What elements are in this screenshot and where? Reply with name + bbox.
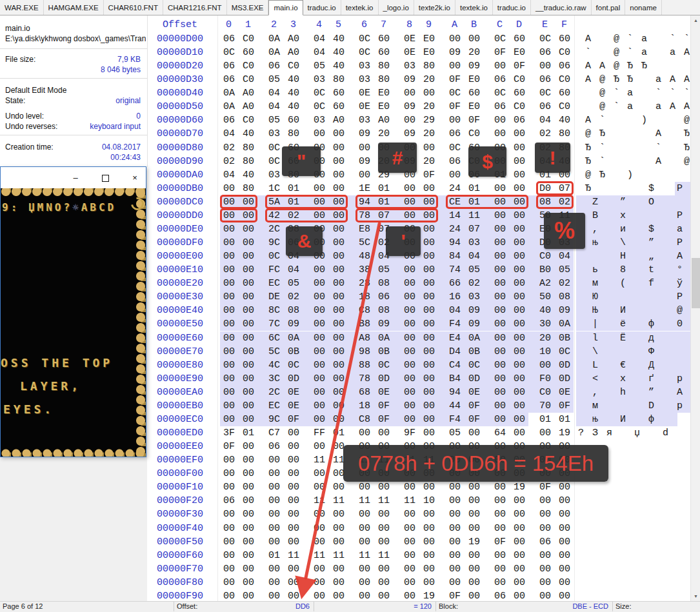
- hex-byte[interactable]: C0: [243, 60, 255, 73]
- hex-byte[interactable]: 11: [314, 549, 326, 562]
- char-cell[interactable]: p: [677, 400, 683, 413]
- hex-byte[interactable]: 0F: [559, 400, 572, 413]
- hex-byte[interactable]: 00: [333, 277, 346, 290]
- hex-byte[interactable]: 00: [243, 495, 255, 508]
- hex-byte[interactable]: 0C: [288, 359, 301, 372]
- hex-byte[interactable]: A0: [333, 114, 346, 127]
- char-cell[interactable]: P: [677, 291, 683, 304]
- hex-byte[interactable]: 00: [404, 522, 417, 535]
- hex-byte[interactable]: C0: [243, 33, 255, 46]
- char-cell[interactable]: °: [677, 264, 683, 277]
- hex-byte[interactable]: 00: [404, 264, 417, 277]
- hex-byte[interactable]: 09: [288, 318, 301, 331]
- hex-byte[interactable]: A0: [288, 46, 301, 59]
- hex-byte[interactable]: 0F: [494, 46, 507, 59]
- hex-byte[interactable]: 00: [423, 427, 436, 440]
- hex-byte[interactable]: 00: [494, 413, 507, 426]
- char-cell[interactable]: ь: [592, 264, 598, 277]
- hex-byte[interactable]: 00: [243, 264, 255, 277]
- char-cell[interactable]: $: [648, 223, 654, 236]
- char-cell[interactable]: И: [620, 413, 626, 426]
- hex-byte[interactable]: 00: [223, 264, 236, 277]
- hex-byte[interactable]: 00: [243, 277, 255, 290]
- hex-byte[interactable]: C0: [243, 114, 255, 127]
- hex-byte[interactable]: 19: [514, 481, 526, 494]
- hex-byte[interactable]: 00: [314, 277, 326, 290]
- hex-byte[interactable]: 08: [378, 277, 391, 290]
- hex-byte[interactable]: 00: [314, 522, 326, 535]
- hex-byte[interactable]: 00: [223, 210, 236, 222]
- hex-byte[interactable]: 00: [243, 454, 255, 467]
- char-cell[interactable]: Ђ: [627, 60, 633, 73]
- hex-byte[interactable]: D4: [449, 346, 462, 359]
- hex-byte[interactable]: 00: [494, 128, 507, 141]
- hex-byte[interactable]: 0F: [288, 413, 301, 426]
- char-cell[interactable]: ф: [648, 413, 654, 426]
- hex-byte[interactable]: 00: [314, 155, 326, 168]
- hex-byte[interactable]: 06: [449, 128, 462, 141]
- char-cell[interactable]: Ђ: [599, 169, 605, 182]
- hex-byte[interactable]: 00: [559, 549, 572, 562]
- char-cell[interactable]: А: [677, 386, 683, 399]
- hex-byte[interactable]: 00: [514, 359, 526, 372]
- hex-byte[interactable]: 19: [559, 427, 572, 440]
- hex-byte[interactable]: 00: [514, 413, 526, 426]
- hex-byte[interactable]: 40: [288, 87, 301, 100]
- hex-byte[interactable]: E0: [539, 223, 552, 236]
- hex-byte[interactable]: 00: [378, 468, 391, 480]
- char-cell[interactable]: ): [627, 169, 633, 182]
- hex-byte[interactable]: C8: [359, 304, 372, 317]
- hex-byte[interactable]: 80: [559, 128, 572, 141]
- hex-byte[interactable]: 00: [514, 508, 526, 521]
- hex-byte[interactable]: 00: [539, 60, 552, 73]
- hex-byte[interactable]: 00: [314, 210, 326, 222]
- hex-byte[interactable]: 00: [378, 142, 391, 155]
- hex-byte[interactable]: 00: [333, 522, 346, 535]
- hex-byte[interactable]: 05: [559, 264, 572, 277]
- hex-byte[interactable]: 40: [539, 304, 552, 317]
- hex-byte[interactable]: 00: [494, 291, 507, 304]
- hex-byte[interactable]: 4C: [268, 359, 281, 372]
- hex-byte[interactable]: C8: [359, 413, 372, 426]
- hex-byte[interactable]: 00: [559, 468, 572, 480]
- hex-byte[interactable]: E0: [378, 101, 391, 114]
- hex-byte[interactable]: 01: [333, 427, 346, 440]
- hex-byte[interactable]: 00: [333, 237, 346, 250]
- hex-byte[interactable]: 00: [223, 577, 236, 589]
- char-cell[interactable]: и: [620, 223, 626, 236]
- hex-byte[interactable]: 00: [243, 223, 255, 236]
- hex-byte[interactable]: 01: [494, 169, 507, 182]
- char-cell[interactable]: `: [599, 142, 605, 155]
- hex-byte[interactable]: 00: [404, 386, 417, 399]
- hex-byte[interactable]: 00: [494, 142, 507, 155]
- tab-hamgam-exe[interactable]: HAMGAM.EXE: [44, 0, 104, 15]
- hex-byte[interactable]: 11: [378, 495, 391, 508]
- hex-byte[interactable]: 11: [559, 210, 572, 222]
- hex-byte[interactable]: 00: [268, 481, 281, 494]
- char-cell[interactable]: а: [627, 101, 633, 114]
- char-cell[interactable]: P: [677, 210, 683, 222]
- hex-byte[interactable]: 00: [449, 169, 462, 182]
- hex-byte[interactable]: 6C: [268, 332, 281, 345]
- char-cell[interactable]: (: [620, 277, 626, 290]
- hex-byte[interactable]: 19: [468, 536, 481, 549]
- hex-byte[interactable]: 00: [333, 291, 346, 304]
- char-cell[interactable]: ): [641, 114, 647, 127]
- hex-byte[interactable]: 00: [449, 522, 462, 535]
- char-cell[interactable]: А: [684, 46, 690, 59]
- hex-byte[interactable]: 1C: [268, 183, 281, 195]
- scrollbar-thumb[interactable]: [692, 258, 700, 308]
- hex-byte[interactable]: 20: [423, 155, 436, 168]
- hex-byte[interactable]: 00: [423, 536, 436, 549]
- char-cell[interactable]: Ђ: [585, 183, 591, 195]
- tab-char1216-fnt[interactable]: CHAR1216.FNT: [163, 0, 227, 15]
- char-cell[interactable]: Ё: [620, 332, 626, 345]
- hex-byte[interactable]: 00: [223, 318, 236, 331]
- hex-byte[interactable]: 00: [359, 142, 372, 155]
- char-cell[interactable]: t: [648, 264, 654, 277]
- hex-byte[interactable]: 11: [333, 454, 346, 467]
- hex-byte[interactable]: 06: [539, 101, 552, 114]
- vertical-scrollbar[interactable]: ▲ ▼: [690, 15, 700, 602]
- hex-byte[interactable]: 00: [314, 400, 326, 413]
- hex-byte[interactable]: 0F: [514, 60, 526, 73]
